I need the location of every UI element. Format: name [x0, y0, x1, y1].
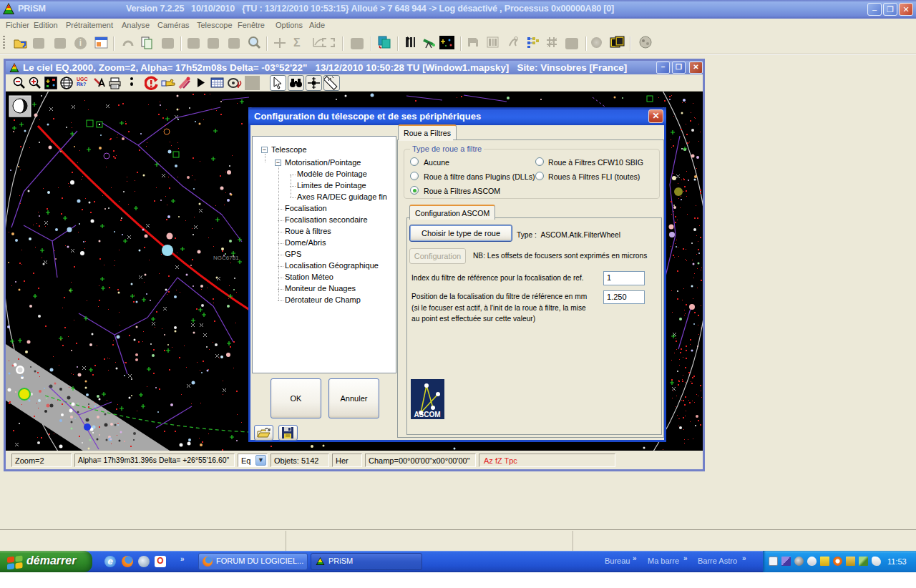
svg-text:NGC6781: NGC6781: [213, 255, 239, 261]
svg-text:ASCOM: ASCOM: [414, 411, 440, 418]
